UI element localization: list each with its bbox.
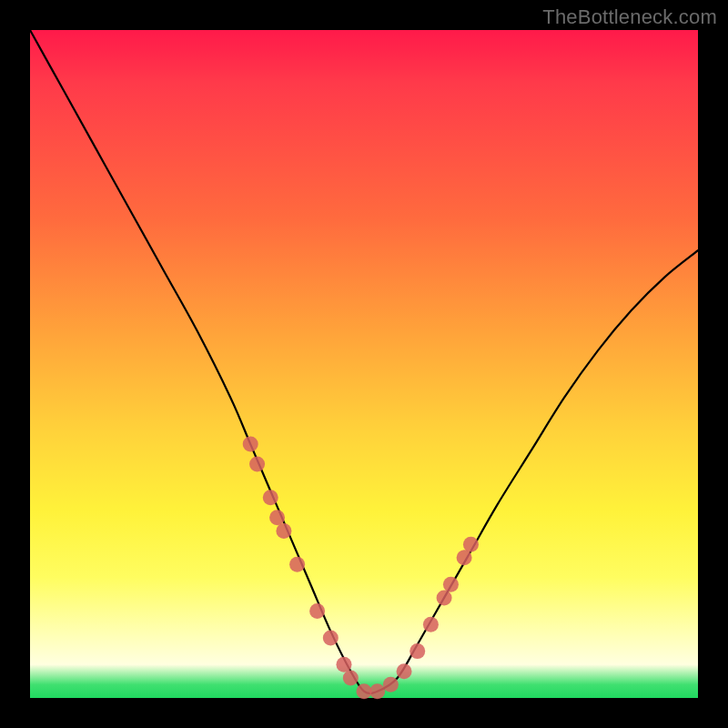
marker-dot xyxy=(263,490,278,505)
marker-dot xyxy=(437,590,452,605)
marker-dot xyxy=(343,670,359,685)
marker-dot xyxy=(410,643,425,659)
marker-dot xyxy=(443,577,459,592)
marker-dot xyxy=(309,603,325,619)
marker-dot xyxy=(249,457,265,472)
marker-dot xyxy=(357,683,372,699)
marker-dot xyxy=(323,630,339,645)
bottleneck-curve xyxy=(30,30,698,693)
marker-dot xyxy=(269,510,285,525)
marker-dot xyxy=(336,657,351,672)
marker-dot xyxy=(397,663,412,679)
marker-dot xyxy=(457,550,472,565)
watermark-text: TheBottleneck.com xyxy=(542,5,717,29)
plot-area xyxy=(30,30,698,698)
marker-dot xyxy=(463,537,479,552)
marker-dot xyxy=(369,683,385,699)
chart-frame: TheBottleneck.com xyxy=(0,0,728,728)
curve-layer xyxy=(30,30,698,698)
marker-dot xyxy=(276,523,291,539)
marker-dot xyxy=(383,677,399,693)
marker-dot xyxy=(423,617,439,632)
marker-dot xyxy=(289,557,305,572)
highlight-markers xyxy=(243,437,479,700)
marker-dot xyxy=(243,437,258,452)
